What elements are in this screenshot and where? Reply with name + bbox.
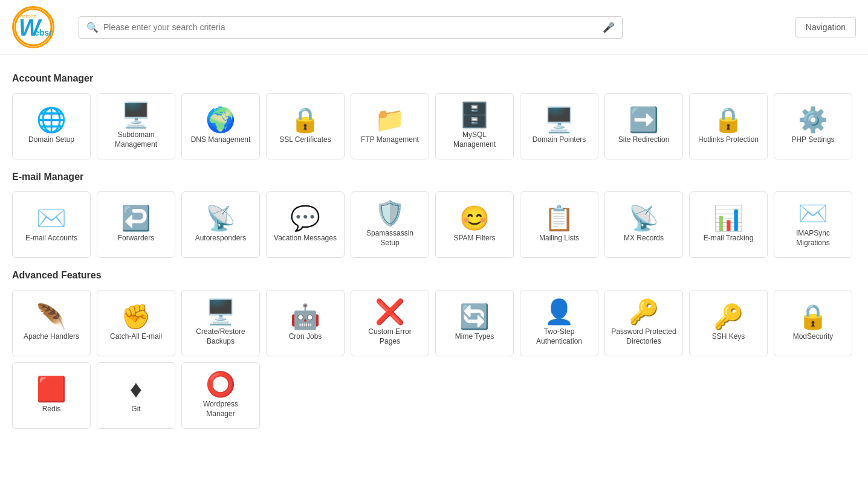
icon-label-7: MX Records [624, 234, 664, 243]
icon-card-e-mail-accounts[interactable]: ✉️E-mail Accounts [12, 191, 91, 258]
logo-svg: W website ebserver [14, 8, 53, 47]
section-title-2: Advanced Features [12, 270, 856, 281]
section-1: E-mail Manager✉️E-mail Accounts↩️Forward… [12, 172, 856, 258]
icon-9: ⚙️ [798, 107, 828, 132]
icon-6: 👤 [544, 300, 574, 324]
icon-label-10: Redis [42, 405, 61, 414]
icon-8: 🔒 [713, 107, 743, 132]
icon-1: ✊ [121, 304, 151, 329]
icon-card-mysql-management[interactable]: 🗄️MySQL Management [435, 93, 514, 159]
icon-5: 🗄️ [459, 103, 490, 127]
icon-12: ⭕ [206, 372, 236, 396]
icon-9: 🔒 [798, 304, 828, 329]
sections-container: Account Manager🌐Domain Setup🖥️Subdomain … [12, 73, 856, 429]
icon-7: 🔑 [629, 300, 659, 324]
logo-area: W website ebserver [12, 6, 54, 48]
icon-1: ↩️ [121, 206, 151, 230]
icon-card-spam-filters[interactable]: 😊SPAM Filters [435, 191, 514, 258]
icon-2: 🌍 [206, 107, 236, 132]
logo: W website ebserver [12, 6, 54, 48]
icon-4: 📁 [375, 107, 405, 132]
icon-label-3: Vacation Messages [274, 234, 337, 243]
icon-label-2: Autoresponders [195, 234, 247, 243]
mic-icon: 🎤 [603, 22, 615, 33]
icon-label-8: E-mail Tracking [704, 234, 754, 243]
navigation-button[interactable]: Navigation [795, 17, 856, 37]
icon-card-subdomain-management[interactable]: 🖥️Subdomain Management [97, 93, 175, 159]
icon-label-5: SPAM Filters [453, 234, 495, 243]
icon-4: ❌ [375, 300, 405, 324]
search-input[interactable] [103, 22, 598, 32]
icon-label-6: Domain Pointers [533, 135, 586, 145]
icon-card-git[interactable]: ♦️Git [97, 362, 175, 429]
icon-10: 🟥 [36, 377, 66, 401]
icon-label-7: Password Protected Directories [611, 327, 676, 346]
icon-card-mime-types[interactable]: 🔄Mime Types [435, 290, 514, 356]
svg-text:ebserver: ebserver [34, 28, 53, 37]
icon-1: 🖥️ [121, 103, 151, 127]
icon-card-site-redirection[interactable]: ➡️Site Redirection [604, 93, 683, 159]
icon-card-spamassassin-setup[interactable]: 🛡️Spamassassin Setup [351, 191, 429, 258]
icon-8: 📊 [713, 206, 743, 230]
icon-label-3: Cron Jobs [289, 332, 322, 342]
icon-card-custom-error-pages[interactable]: ❌Custom Error Pages [351, 290, 429, 356]
icon-card-autoresponders[interactable]: 📡Autoresponders [181, 191, 260, 258]
icon-label-6: Mailing Lists [539, 234, 579, 243]
icon-card-cron-jobs[interactable]: 🤖Cron Jobs [266, 290, 345, 356]
icon-6: 🖥️ [544, 107, 574, 132]
icon-card-forwarders[interactable]: ↩️Forwarders [97, 191, 175, 258]
icon-card-ftp-management[interactable]: 📁FTP Management [351, 93, 429, 159]
svg-text:website: website [19, 14, 36, 18]
icon-label-0: E-mail Accounts [25, 234, 77, 243]
icon-3: 🤖 [290, 304, 320, 329]
icon-card-redis[interactable]: 🟥Redis [12, 362, 91, 429]
icon-card-apache-handlers[interactable]: 🪶Apache Handlers [12, 290, 91, 356]
search-icon: 🔍 [86, 22, 99, 33]
icon-card-dns-management[interactable]: 🌍DNS Management [181, 93, 260, 159]
icon-card-ssh-keys[interactable]: 🔑SSH Keys [689, 290, 768, 356]
icon-card-e-mail-tracking[interactable]: 📊E-mail Tracking [689, 191, 768, 258]
search-bar[interactable]: 🔍 🎤 [79, 16, 623, 39]
icon-card-mx-records[interactable]: 📡MX Records [604, 191, 683, 258]
icon-card-wordpress-manager[interactable]: ⭕Wordpress Manager [181, 362, 260, 429]
icon-label-12: Wordpress Manager [188, 400, 253, 419]
icon-0: 🌐 [36, 107, 66, 132]
icon-4: 🛡️ [375, 201, 405, 225]
icon-label-1: Subdomain Management [103, 130, 169, 149]
icon-label-8: Hotlinks Protection [698, 135, 759, 145]
icon-label-1: Catch-All E-mail [110, 332, 162, 342]
icon-label-4: Spamassassin Setup [357, 229, 423, 248]
icon-card-imapsync-migrations[interactable]: ✉️IMAPSync Migrations [774, 191, 852, 258]
icon-card-ssl-certificates[interactable]: 🔒SSL Certificates [266, 93, 345, 159]
icon-label-7: Site Redirection [618, 135, 670, 145]
icon-11: ♦️ [130, 377, 142, 401]
icon-label-1: Forwarders [118, 234, 155, 243]
section-title-1: E-mail Manager [12, 172, 856, 182]
icon-card-mailing-lists[interactable]: 📋Mailing Lists [520, 191, 598, 258]
icon-card-catch-all-e-mail[interactable]: ✊Catch-All E-mail [97, 290, 175, 356]
icon-label-6: Two-Step Authentication [526, 327, 592, 346]
icon-card-two-step-authentication[interactable]: 👤Two-Step Authentication [520, 290, 598, 356]
icon-3: 💬 [290, 206, 320, 230]
icon-label-9: ModSecurity [793, 332, 834, 342]
icon-card-modsecurity[interactable]: 🔒ModSecurity [774, 290, 852, 356]
icon-card-php-settings[interactable]: ⚙️PHP Settings [774, 93, 852, 159]
icon-label-5: MySQL Management [442, 130, 507, 149]
icon-card-vacation-messages[interactable]: 💬Vacation Messages [266, 191, 345, 258]
section-0: Account Manager🌐Domain Setup🖥️Subdomain … [12, 73, 856, 159]
icon-card-domain-setup[interactable]: 🌐Domain Setup [12, 93, 91, 159]
icon-card-password-protected-directories[interactable]: 🔑Password Protected Directories [604, 290, 683, 356]
icon-grid-1: ✉️E-mail Accounts↩️Forwarders📡Autorespon… [12, 191, 856, 258]
icon-card-create-restore-backups[interactable]: 🖥️Create/Restore Backups [181, 290, 260, 356]
header: W website ebserver 🔍 🎤 Navigation [0, 0, 868, 55]
icon-label-9: IMAPSync Migrations [780, 229, 846, 248]
icon-label-8: SSH Keys [712, 332, 745, 342]
icon-3: 🔒 [290, 107, 320, 132]
icon-card-hotlinks-protection[interactable]: 🔒Hotlinks Protection [689, 93, 768, 159]
icon-9: ✉️ [798, 201, 828, 225]
icon-0: ✉️ [36, 206, 66, 230]
icon-5: 🔄 [459, 304, 490, 329]
icon-label-0: Apache Handlers [24, 332, 79, 342]
icon-card-domain-pointers[interactable]: 🖥️Domain Pointers [520, 93, 598, 159]
icon-2: 📡 [206, 206, 236, 230]
